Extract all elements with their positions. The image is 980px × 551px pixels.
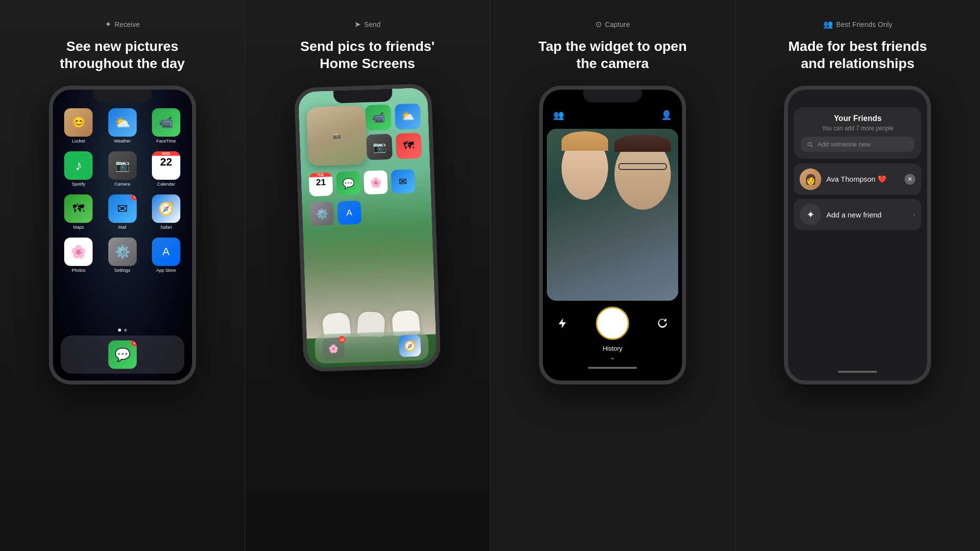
capture-screen: 👥 👤 (543, 90, 682, 381)
dock-messages[interactable]: 💬 2 (108, 340, 137, 369)
capture-home-indicator (588, 367, 637, 369)
calendar-icon: WED 22 (152, 151, 180, 180)
receive-screen: 😊 Locket ⛅ Weather 📹 FaceTime (53, 90, 192, 381)
capture-photo-area (547, 129, 678, 301)
send-screen: 📸 📹 ⛅ 📷 🗺 TUE 21 💬 🌸 ✉ (298, 88, 437, 368)
capture-controls: History ⌄ (543, 301, 682, 381)
receive-title: See new pictures throughout the day (44, 38, 201, 72)
capture-flip-btn[interactable] (653, 313, 672, 333)
app-locket[interactable]: 😊 Locket (61, 108, 97, 144)
capture-icon-row: ⊙ Capture (595, 20, 630, 29)
app-settings[interactable]: ⚙️ Settings (104, 238, 140, 273)
app-photos[interactable]: 🌸 Photos (61, 238, 97, 273)
panel-friends-header: 👥 Best Friends Only Made for best friend… (779, 20, 936, 72)
panel-best-friends: 👥 Best Friends Only Made for best friend… (735, 0, 980, 551)
send-icon-row: ➤ Send (354, 20, 381, 29)
app-facetime[interactable]: 📹 FaceTime (148, 108, 184, 144)
female-hair (562, 131, 608, 151)
send-top-apps: 📹 ⛅ 📷 🗺 (365, 103, 422, 160)
send-dock-safari[interactable]: 🧭 (399, 335, 421, 357)
ava-remove-button[interactable]: ✕ (905, 174, 915, 185)
send-calendar[interactable]: TUE 21 (309, 172, 333, 196)
camera-icon: 📷 (108, 151, 137, 180)
app-weather[interactable]: ⛅ Weather (104, 108, 140, 144)
app-mail[interactable]: ✉ 1 Mail (104, 194, 140, 230)
add-friend-chevron: › (913, 210, 915, 219)
send-cal-day: TUE (309, 172, 332, 177)
capture-flash-btn[interactable] (553, 313, 572, 333)
friends-icon: 👥 (823, 20, 833, 29)
app-safari[interactable]: 🧭 Safari (148, 194, 184, 230)
send-mail[interactable]: ✉ (391, 169, 416, 194)
camera-label: Camera (115, 182, 130, 187)
settings-label: Settings (114, 268, 130, 273)
friends-search-bar[interactable]: Add someone new (801, 137, 914, 152)
settings-icon: ⚙️ (108, 238, 137, 266)
shutter-button[interactable] (596, 307, 629, 340)
send-phone: 📸 📹 ⛅ 📷 🗺 TUE 21 💬 🌸 ✉ (294, 83, 441, 372)
send-settings[interactable]: ⚙️ (310, 201, 334, 226)
friends-your-friends: Your Friends (801, 114, 914, 123)
panel-capture: ⊙ Capture Tap the widget to open the cam… (490, 0, 735, 551)
add-friend-item[interactable]: ✦ Add a new friend › (794, 199, 921, 230)
home-screen-content: 😊 Locket ⛅ Weather 📹 FaceTime (59, 104, 186, 376)
home-dock: 💬 2 (61, 335, 184, 374)
app-calendar[interactable]: WED 22 Calendar (148, 151, 184, 187)
send-title: Send pics to friends' Home Screens (289, 38, 446, 72)
phone-notch-1 (93, 90, 152, 102)
friends-screen: Your Friends You can add 7 more people A… (788, 90, 927, 381)
search-placeholder: Add someone new (817, 141, 870, 148)
capture-label: Capture (605, 21, 630, 28)
photos-label: Photos (72, 268, 85, 273)
friends-subtitle: You can add 7 more people (801, 125, 914, 132)
send-row2: TUE 21 💬 🌸 ✉ (309, 169, 423, 196)
calendar-day: WED (152, 151, 180, 156)
send-facetime[interactable]: 📹 (365, 104, 392, 131)
capture-title: Tap the widget to open the camera (534, 38, 691, 72)
send-dock-icon1[interactable]: 🌸 12 (322, 337, 345, 360)
app-maps[interactable]: 🗺 Maps (61, 194, 97, 230)
send-camera[interactable]: 📷 (366, 134, 392, 160)
appstore-label: App Store (156, 268, 176, 273)
facetime-label: FaceTime (156, 139, 176, 144)
ava-avatar: 👩 (800, 168, 821, 190)
shutter-inner (599, 310, 626, 337)
ava-photo: 👩 (800, 168, 821, 190)
friends-title-header: Made for best friends and relationships (779, 38, 936, 72)
mail-badge: 1 (131, 194, 137, 200)
capture-icon: ⊙ (595, 20, 602, 29)
history-section: History ⌄ (603, 345, 622, 361)
friend-ava[interactable]: 👩 Ava Thompson ❤️ ✕ (794, 164, 921, 195)
locket-label: Locket (72, 139, 85, 144)
ava-name-text: Ava Thompson (826, 175, 875, 183)
friends-home-indicator (838, 371, 877, 373)
capture-friends-icon[interactable]: 👥 (551, 107, 566, 123)
app-camera[interactable]: 📷 Camera (104, 151, 140, 187)
send-icon: ➤ (354, 20, 361, 29)
selfie-bg (547, 129, 678, 301)
home-screen: 😊 Locket ⛅ Weather 📹 FaceTime (53, 90, 192, 381)
app-grid: 😊 Locket ⛅ Weather 📹 FaceTime (59, 108, 186, 273)
panel-receive-header: ✦ Receive See new pictures throughout th… (44, 20, 201, 72)
mail-label: Mail (118, 225, 126, 230)
weather-icon: ⛅ (108, 108, 137, 137)
safari-label: Safari (160, 225, 172, 230)
send-weather[interactable]: ⛅ (394, 103, 421, 130)
dot-1 (118, 329, 121, 332)
add-friend-icon: ✦ (800, 204, 821, 225)
safari-icon: 🧭 (152, 194, 180, 223)
send-messages[interactable]: 💬 (336, 171, 361, 195)
app-spotify[interactable]: ♪ Spotify (61, 151, 97, 187)
friends-list: 👩 Ava Thompson ❤️ ✕ (794, 164, 921, 195)
maps-label: Maps (73, 225, 84, 230)
send-appstore[interactable]: A (337, 200, 362, 225)
app-appstore[interactable]: A App Store (148, 238, 184, 273)
send-maps[interactable]: 🗺 (395, 133, 422, 159)
glasses (618, 163, 667, 170)
calendar-num: 22 (160, 157, 172, 168)
calendar-label: Calendar (157, 182, 175, 187)
panel-capture-header: ⊙ Capture Tap the widget to open the cam… (534, 20, 691, 72)
receive-label: Receive (115, 21, 140, 28)
send-photos[interactable]: 🌸 (364, 170, 388, 195)
capture-profile-icon[interactable]: 👤 (659, 107, 674, 123)
